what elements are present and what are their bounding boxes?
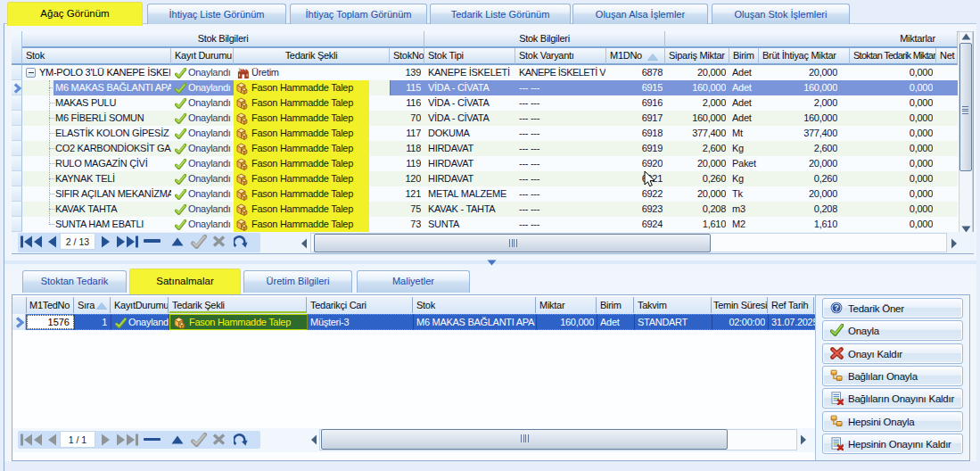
svg-text:?: ?: [834, 303, 838, 312]
